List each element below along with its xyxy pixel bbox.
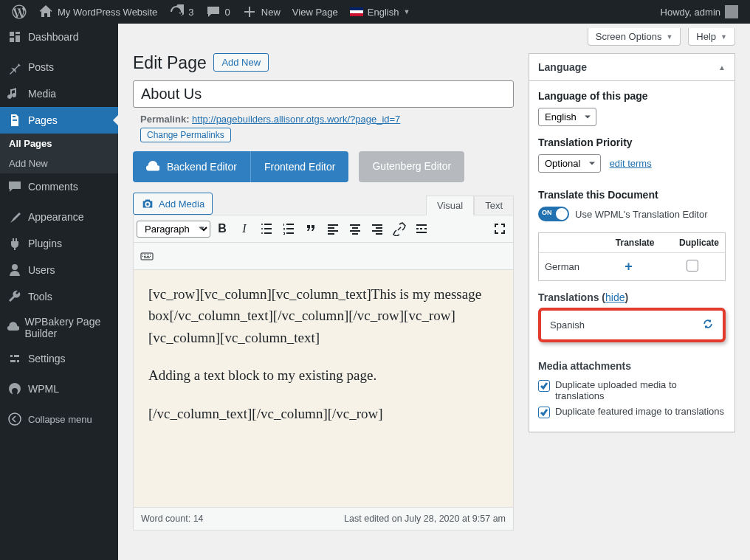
wp-logo[interactable] — [6, 0, 32, 24]
align-right-button[interactable] — [367, 218, 388, 239]
editor-paragraph: [/vc_column_text][/vc_column][/vc_row] — [148, 403, 498, 424]
avatar — [725, 5, 738, 18]
bullet-list-button[interactable] — [256, 218, 277, 239]
updates-link[interactable]: 3 — [163, 0, 199, 24]
dup-uploaded-label: Duplicate uploaded media to translations — [555, 379, 726, 401]
editor-body[interactable]: [vc_row][vc_column][vc_column_text]This … — [134, 270, 513, 507]
editor-wrap: Paragraph B I — [133, 215, 514, 530]
menu-plugins[interactable]: Plugins — [0, 230, 118, 257]
keyboard-button[interactable] — [137, 246, 157, 266]
format-select[interactable]: Paragraph — [137, 221, 210, 238]
dashboard-icon — [7, 30, 22, 44]
translate-doc-label: Translate this Document — [538, 189, 726, 201]
title-input[interactable] — [133, 80, 514, 108]
translate-german-button[interactable]: + — [625, 259, 633, 274]
blockquote-button[interactable] — [300, 218, 321, 239]
view-page-link[interactable]: View Page — [286, 0, 344, 24]
metabox-title[interactable]: Language▲ — [529, 54, 734, 81]
sync-icon[interactable] — [702, 318, 714, 332]
submenu-add-new[interactable]: Add New — [0, 153, 118, 173]
language-switcher[interactable]: English▼ — [344, 0, 416, 24]
update-icon — [169, 4, 184, 19]
numbered-list-button[interactable] — [278, 218, 299, 239]
comment-icon — [206, 4, 221, 19]
text-tab[interactable]: Text — [474, 196, 514, 215]
gutenberg-editor-button[interactable]: Gutenberg Editor — [359, 151, 464, 182]
translations-header: Translations (hide) — [538, 291, 726, 303]
menu-wpbakery[interactable]: WPBakery Page Builder — [0, 310, 118, 345]
menu-pages[interactable]: Pages — [0, 107, 118, 134]
media-icon — [7, 86, 22, 101]
menu-media[interactable]: Media — [0, 80, 118, 107]
language-metabox: Language▲ Language of this page English … — [529, 53, 735, 432]
edit-terms-link[interactable]: edit terms — [610, 158, 652, 169]
menu-comments[interactable]: Comments — [0, 173, 118, 200]
align-left-button[interactable] — [323, 218, 343, 239]
user-icon — [7, 263, 22, 277]
backend-editor-button[interactable]: Backend Editor — [133, 151, 251, 182]
new-link[interactable]: New — [236, 0, 286, 24]
admin-sidebar: Dashboard Posts Media Pages All Pages Ad… — [0, 24, 118, 560]
chevron-down-icon: ▼ — [720, 33, 727, 41]
bold-button[interactable]: B — [212, 218, 233, 239]
chevron-down-icon: ▼ — [666, 33, 672, 41]
submenu-pages: All Pages Add New — [0, 134, 118, 173]
add-media-button[interactable]: Add Media — [133, 193, 213, 215]
pin-icon — [7, 60, 22, 75]
row-lang-german: German — [539, 253, 597, 281]
fullscreen-button[interactable] — [489, 218, 510, 239]
menu-users[interactable]: Users — [0, 257, 118, 283]
help-tab[interactable]: Help▼ — [688, 28, 735, 46]
link-button[interactable] — [389, 218, 410, 239]
wpbakery-icon — [7, 320, 19, 335]
menu-tools[interactable]: Tools — [0, 283, 118, 310]
frontend-editor-button[interactable]: Frontend Editor — [251, 152, 349, 182]
settings-icon — [7, 351, 22, 366]
home-icon — [38, 4, 53, 19]
svg-point-0 — [9, 413, 21, 425]
menu-collapse[interactable]: Collapse menu — [0, 406, 118, 432]
change-permalinks-button[interactable]: Change Permalinks — [140, 128, 231, 142]
editor-paragraph: Adding a text block to my existing page. — [148, 364, 498, 386]
align-center-button[interactable] — [345, 218, 365, 239]
dup-uploaded-checkbox[interactable] — [538, 380, 550, 392]
dup-featured-checkbox[interactable] — [538, 407, 550, 418]
col-duplicate: Duplicate — [661, 233, 726, 253]
priority-select[interactable]: Optional — [538, 154, 601, 173]
howdy-link[interactable]: Howdy, admin — [655, 0, 744, 24]
translation-lang-label: Spanish — [550, 319, 585, 331]
hide-translations-link[interactable]: hide — [605, 291, 625, 303]
translation-spanish-row[interactable]: Spanish — [538, 308, 726, 342]
plugin-icon — [7, 236, 22, 251]
camera-icon — [141, 197, 154, 210]
wpbakery-logo-icon — [146, 160, 159, 173]
editor-statusbar: Word count: 14 Last edited on July 28, 2… — [134, 507, 513, 530]
permalink-row: Permalink: http://pagebuilders.allisonr.… — [133, 108, 514, 148]
menu-settings[interactable]: Settings — [0, 345, 118, 372]
permalink-link[interactable]: http://pagebuilders.allisonr.otgs.work/?… — [192, 114, 400, 125]
comments-link[interactable]: 0 — [200, 0, 236, 24]
page-language-select[interactable]: English — [538, 108, 596, 126]
comment-icon — [7, 179, 22, 194]
site-name-link[interactable]: My WordPress Website — [32, 0, 163, 24]
wrench-icon — [7, 289, 22, 304]
add-new-button[interactable]: Add New — [213, 53, 269, 72]
read-more-button[interactable] — [411, 218, 432, 239]
media-attachments-header: Media attachments — [538, 360, 726, 372]
submenu-all-pages[interactable]: All Pages — [0, 134, 118, 153]
visual-tab[interactable]: Visual — [426, 196, 474, 215]
priority-label: Translation Priority — [538, 136, 726, 148]
metabox-toggle-icon[interactable]: ▲ — [718, 63, 726, 72]
collapse-icon — [7, 412, 22, 426]
plus-icon — [242, 4, 257, 19]
wpml-editor-toggle[interactable]: ON — [538, 207, 569, 221]
menu-dashboard[interactable]: Dashboard — [0, 24, 118, 50]
lang-of-page-label: Language of this page — [538, 90, 726, 102]
duplicate-german-checkbox[interactable] — [687, 260, 698, 272]
menu-appearance[interactable]: Appearance — [0, 204, 118, 230]
last-edited: Last edited on July 28, 2020 at 9:57 am — [344, 514, 506, 524]
italic-button[interactable]: I — [234, 218, 255, 239]
menu-wpml[interactable]: WPML — [0, 376, 118, 402]
menu-posts[interactable]: Posts — [0, 54, 118, 80]
screen-options-tab[interactable]: Screen Options▼ — [588, 28, 681, 46]
